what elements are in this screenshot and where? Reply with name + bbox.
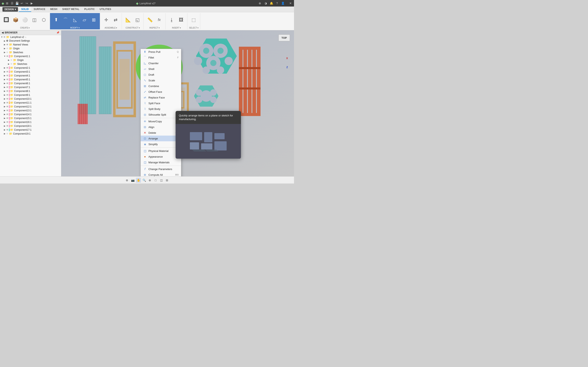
tree-item-component1[interactable]: ▼ 👁 📁 Component1:1 [0,54,61,58]
menu-split-face[interactable]: ⌇ Split Face [141,100,181,106]
tree-item-component12[interactable]: ▶ 👁 📁 Component12:1 [0,105,61,108]
add-tab-btn[interactable]: ⊕ [258,1,262,5]
tree-item-component8[interactable]: ▶ 👁 📁 Component8:1 [0,89,61,93]
menu-scale[interactable]: ⤡ Scale [141,77,181,83]
menu-move-copy[interactable]: ✛ Move/Copy M [141,118,181,124]
tree-item-comp1-sketches[interactable]: ▶ 👁 📁 Sketches [0,62,61,66]
menu-combine[interactable]: ⊞ Combine [141,83,181,89]
tree-item-component11[interactable]: ▶ 👁 📁 Component11:1 [0,101,61,105]
tab-utilities[interactable]: UTILITIES [97,7,114,12]
tree-item-component13[interactable]: ▶ 👁 📁 Component13:1 [0,108,61,112]
new-component-btn[interactable]: 🔲 [2,16,11,24]
layout-btn[interactable]: ⊞ [164,178,169,183]
menu-silhouette-split[interactable]: ◎ Silhouette Split [141,112,181,117]
menu-offset-face[interactable]: ⤢ Offset Face [141,89,181,95]
canvas[interactable]: TOP X Z ⬆ Press Pull Q ⌒ Fillet F ◺ Cham… [61,30,294,176]
menu-chamfer[interactable]: ◺ Chamfer [141,60,181,66]
help-update-btn[interactable]: ◑ [264,1,268,5]
close-btn[interactable]: ✕ [289,1,292,5]
menu-split-body[interactable]: ⌇ Split Body [141,106,181,112]
menu-appearance[interactable]: ● Appearance A [141,154,181,159]
tree-item-component3[interactable]: ▶ 👁 📁 Component3:1 [0,70,61,74]
undo-btn[interactable]: ↩ [20,1,24,5]
tree-item-doc-settings[interactable]: ▶ ⚙ Document Settings [0,39,61,43]
tree-item-component17[interactable]: ▶ 👁 📁 Component17:1 [0,128,61,132]
user-btn[interactable]: 👤 [281,1,285,5]
tree-item-named-views[interactable]: ▶ 👁 📁 Named Views [0,43,61,47]
view-cube[interactable]: TOP [278,34,290,41]
display-mode-btn[interactable]: 📷 [130,178,135,183]
pan-btn[interactable]: ✋ [136,178,141,183]
browser-pin-btn[interactable]: 📌 [56,31,60,34]
menu-fillet[interactable]: ⌒ Fillet F [141,55,181,60]
tree-item-component10[interactable]: ▶ 👁 📁 Component10:1 [0,97,61,101]
menu-arrange[interactable]: ⊡ Arrange ▶ [141,136,181,141]
play-btn[interactable]: ▶ [30,1,34,5]
tree-item-component9[interactable]: ▶ 👁 📁 Component9:1 [0,93,61,97]
tree-item-sketches[interactable]: ▶ 👁 📁 Sketches [0,50,61,54]
menu-simplify[interactable]: ◈ Simplify ▶ [141,141,181,147]
create-sphere-btn[interactable]: ⚪ [20,17,29,24]
menu-physical-material[interactable]: ◫ Physical Material [141,148,181,154]
insert-image-btn[interactable]: 🖼 [177,17,186,24]
select-btn[interactable]: ⬚ [189,17,198,24]
collapse-browser-btn[interactable]: ◀ [2,31,3,34]
notification-btn[interactable]: 🔔 [269,1,273,5]
assemble-label[interactable]: ASSEMBLE▾ [105,27,117,29]
tree-item-component5[interactable]: ▶ 👁 📁 Component5:1 [0,77,61,81]
menu-hamburger-btn[interactable]: ☰ [10,1,14,5]
press-pull-btn[interactable]: ⬆ [52,16,61,24]
combine-btn[interactable]: ⊞ [89,17,98,24]
tree-root[interactable]: ▼ 👁 📁 Lampfinal v2 ⌂ [0,35,61,39]
snap-btn[interactable]: ⊕ [125,178,130,183]
view-mode-btn[interactable]: □ [153,178,158,183]
tree-item-comp1-origin[interactable]: ▶ 👁 📁 Origin [0,58,61,62]
grid-btn[interactable]: ◫ [159,178,164,183]
create-label[interactable]: CREATE▾ [20,27,30,29]
insert-btn[interactable]: ⭳ [167,17,176,24]
menu-align[interactable]: ⊟ Align [141,124,181,130]
fillet-btn[interactable]: ⌒ [61,16,70,24]
create-more-btn[interactable]: ◫ [30,17,39,24]
tree-item-origin[interactable]: ▶ 👁 📁 Origin [0,47,61,50]
save-btn[interactable]: 💾 [15,1,19,5]
menu-press-pull[interactable]: ⬆ Press Pull Q [141,49,181,55]
menu-grid-btn[interactable]: ⊞ [5,1,9,5]
construct-more-btn[interactable]: ◱ [133,17,142,24]
measure-btn[interactable]: 📏 [145,17,154,24]
modify-label[interactable]: MODIFY▾ [70,27,80,29]
tree-item-component18[interactable]: ▶ 👁 📁 Component18:1 [0,124,61,128]
create-box-btn[interactable]: 📦 [11,17,20,24]
tab-solid[interactable]: SOLID [19,7,31,12]
select-label[interactable]: SELECT▾ [189,27,199,29]
shell-btn[interactable]: ▱ [80,17,89,24]
tree-item-component4[interactable]: ▶ 👁 📁 Component4:1 [0,74,61,77]
menu-manage-materials[interactable]: ◫ Manage Materials [141,159,181,165]
zoom-btn[interactable]: 🔍 [142,178,147,183]
inspect-label[interactable]: INSPECT▾ [149,27,160,29]
insert-label[interactable]: INSERT▾ [172,27,181,29]
tab-plastic[interactable]: PLASTIC [82,7,97,12]
tree-item-component14[interactable]: ▶ 👁 📁 Component14:1 [0,112,61,116]
tree-item-component19[interactable]: ▶ 👁 📁 Component19:1 [0,132,61,136]
tree-item-component2[interactable]: ▶ 👁 📁 Component2:1 [0,66,61,70]
menu-draft[interactable]: ◻ Draft [141,72,181,77]
menu-replace-face[interactable]: ⇄ Replace Face [141,95,181,100]
construct-btn[interactable]: 📐 [123,17,132,24]
tree-item-component16[interactable]: ▶ 👁 📁 Component16:1 [0,120,61,124]
menu-shell[interactable]: ▱ Shell [141,66,181,72]
fit-btn[interactable]: ⊕ [147,178,152,183]
menu-delete[interactable]: ✕ Delete ⌫ [141,130,181,136]
tree-item-component7[interactable]: ▶ 👁 📁 Component7:1 [0,85,61,89]
tab-mesh[interactable]: MESH [48,7,60,12]
tree-item-component6[interactable]: ▶ 👁 📁 Component6:1 [0,81,61,85]
tab-sheet-metal[interactable]: SHEET METAL [60,7,82,12]
create-special-btn[interactable]: ⬡ [39,17,48,24]
design-dropdown-btn[interactable]: DESIGN ▾ [2,7,18,12]
fx-btn[interactable]: fx [155,17,164,23]
tree-item-component15[interactable]: ▶ 👁 📁 Component15:1 [0,116,61,120]
menu-compute-all[interactable]: ⊛ Compute All ⌘B [141,172,181,176]
menu-change-parameters[interactable]: f Change Parameters [141,166,181,172]
construct-label[interactable]: CONSTRUCT▾ [126,27,140,29]
chamfer-btn[interactable]: ◺ [70,17,79,24]
